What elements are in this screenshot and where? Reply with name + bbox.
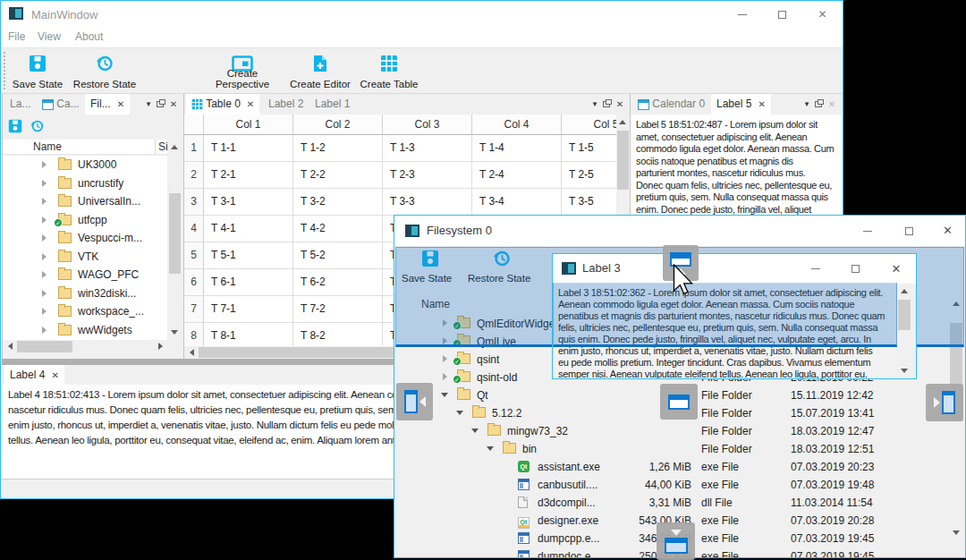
table-cell[interactable]: T 1-4 — [472, 135, 562, 162]
column-header[interactable]: Col 5 — [562, 115, 616, 135]
table-cell[interactable]: T 2-3 — [383, 162, 472, 189]
table-cell[interactable]: T 7-1 — [204, 296, 293, 323]
chevron-down-icon[interactable] — [487, 446, 494, 451]
minimize-button[interactable] — [846, 216, 888, 246]
tab-table0[interactable]: Table 0✕ — [186, 94, 259, 115]
table-cell[interactable]: T 3-4 — [472, 189, 562, 216]
minimize-button[interactable] — [796, 254, 835, 284]
close-icon[interactable]: ✕ — [614, 94, 626, 115]
chevron-right-icon[interactable] — [42, 234, 47, 242]
menu-view[interactable]: View — [38, 30, 61, 43]
close-icon[interactable]: ✕ — [51, 370, 58, 380]
scroll-up-icon[interactable] — [901, 289, 908, 293]
tabs-menu-icon[interactable]: ▾ — [801, 94, 813, 115]
file-row[interactable]: mingw73_32File Folder18.03.2019 12:47 — [394, 422, 947, 440]
menu-about[interactable]: About — [75, 30, 103, 43]
table-cell[interactable]: T 2-5 — [562, 162, 616, 189]
tree-row[interactable]: Vespucci-m... — [3, 229, 167, 247]
chevron-right-icon[interactable] — [42, 216, 47, 224]
chevron-right-icon[interactable] — [42, 253, 47, 260]
scroll-down-icon[interactable] — [953, 530, 960, 535]
chevron-right-icon[interactable] — [42, 198, 47, 205]
table-cell[interactable]: T 6-1 — [204, 269, 293, 296]
column-header[interactable]: Col 3 — [383, 115, 472, 135]
drop-indicator-right[interactable] — [926, 384, 963, 421]
tree-row[interactable]: WAGO_PFC — [3, 266, 167, 284]
tabs-menu-icon[interactable]: ▾ — [142, 94, 155, 115]
filesystem-titlebar[interactable]: Filesystem 0 ✕ — [394, 216, 965, 246]
tab-label2[interactable]: Label 2 — [263, 94, 309, 115]
tab-label4[interactable]: Label 4✕ — [4, 365, 64, 385]
drop-indicator-center[interactable] — [660, 384, 698, 420]
row-header[interactable]: 7 — [184, 296, 204, 323]
close-icon[interactable]: ✕ — [167, 94, 180, 115]
tabs-menu-icon[interactable]: ▾ — [589, 94, 601, 115]
scroll-left-icon[interactable] — [8, 343, 13, 350]
column-header[interactable]: Col 4 — [472, 115, 562, 135]
create-table-button[interactable]: Create Table — [357, 50, 421, 92]
row-header[interactable]: 2 — [184, 162, 204, 189]
table-cell[interactable]: T 2-2 — [293, 162, 383, 189]
close-icon[interactable]: ✕ — [247, 99, 254, 109]
scroll-up-icon[interactable] — [619, 120, 626, 124]
table-cell[interactable]: T 2-1 — [204, 162, 293, 189]
table-cell[interactable]: T 3-5 — [562, 189, 616, 216]
scrollbar-thumb[interactable] — [169, 193, 181, 274]
float-icon[interactable] — [813, 94, 826, 115]
tree-row[interactable]: wwWidgets — [3, 321, 167, 339]
create-perspective-button[interactable]: Create Perspective — [199, 50, 285, 92]
row-header[interactable]: 6 — [184, 269, 204, 296]
chevron-right-icon[interactable] — [443, 373, 447, 380]
table-cell[interactable]: T 5-2 — [293, 242, 383, 269]
tree-row[interactable]: VTK — [3, 248, 167, 266]
close-button[interactable]: ✕ — [877, 254, 916, 284]
row-header[interactable]: 3 — [184, 189, 204, 216]
menu-file[interactable]: File — [8, 30, 25, 43]
table-cell[interactable]: T 5-1 — [204, 242, 293, 269]
tab-label5[interactable]: Label 5✕ — [711, 94, 771, 115]
table-cell[interactable]: T 7-2 — [293, 296, 383, 323]
column-header[interactable]: Col 1 — [204, 115, 293, 135]
chevron-right-icon[interactable] — [42, 290, 47, 297]
file-row[interactable]: canbusutil....44,00 KiBexe File07.03.201… — [394, 476, 947, 494]
tab-label0[interactable]: La... — [4, 94, 36, 115]
chevron-right-icon[interactable] — [42, 161, 47, 168]
file-row[interactable]: d3dcompil...3,31 MiBdll File11.03.2014 1… — [394, 494, 947, 512]
table-cell[interactable]: T 3-1 — [204, 189, 293, 216]
tree-row[interactable]: workspace_... — [3, 302, 167, 320]
column-header[interactable]: Col 2 — [293, 115, 383, 135]
restore-state-button[interactable]: Restore State — [71, 50, 139, 92]
table-cell[interactable]: T 6-2 — [293, 269, 383, 296]
chevron-right-icon[interactable] — [42, 308, 47, 315]
horizontal-scrollbar[interactable] — [3, 340, 168, 353]
scroll-right-icon[interactable] — [158, 343, 163, 350]
drop-indicator-bottom[interactable] — [657, 522, 695, 560]
restore-icon[interactable] — [30, 119, 45, 133]
row-header[interactable]: 1 — [184, 135, 204, 162]
label3-titlebar[interactable]: Label 3 ✕ — [553, 254, 916, 284]
create-editor-button[interactable]: Create Editor — [287, 50, 353, 92]
scrollbar-thumb[interactable] — [898, 300, 911, 330]
table-cell[interactable]: T 3-3 — [383, 189, 472, 216]
table-cell[interactable]: T 3-2 — [293, 189, 383, 216]
float-icon[interactable] — [601, 94, 614, 115]
chevron-down-icon[interactable] — [441, 393, 448, 397]
tree-row[interactable]: ✓utfcpp — [3, 211, 167, 229]
chevron-right-icon[interactable] — [42, 271, 47, 278]
scroll-down-icon[interactable] — [171, 330, 178, 335]
tab-filesystem[interactable]: Fil...✕ — [85, 94, 130, 115]
scroll-down-icon[interactable] — [901, 369, 908, 373]
tree-row[interactable]: UK3000 — [3, 156, 167, 174]
column-name[interactable]: Name — [33, 140, 62, 153]
table-cell[interactable]: T 4-2 — [293, 216, 383, 242]
chevron-right-icon[interactable] — [42, 327, 47, 334]
toolbar-drag-handle[interactable] — [4, 52, 5, 89]
vertical-scrollbar[interactable] — [168, 140, 182, 340]
chevron-right-icon[interactable] — [42, 180, 47, 187]
tree-row[interactable]: uncrustify — [3, 174, 167, 192]
close-icon[interactable]: ✕ — [117, 99, 124, 109]
scrollbar-thumb[interactable] — [617, 131, 629, 190]
table-cell[interactable]: T 1-1 — [204, 135, 293, 162]
minimize-button[interactable] — [722, 1, 762, 28]
tree-row[interactable]: win32diski... — [3, 284, 167, 302]
